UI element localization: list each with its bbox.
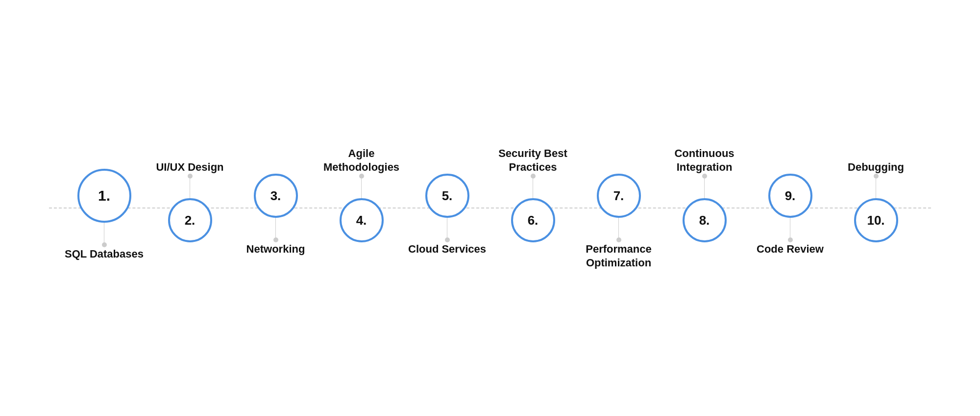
dot-top-10 xyxy=(874,174,879,179)
label-bottom-3: Networking xyxy=(246,242,305,256)
node-1: 1.SQL Databases xyxy=(61,110,147,306)
label-bottom-1: SQL Databases xyxy=(65,247,144,261)
label-top-2: UI/UX Design xyxy=(156,160,223,174)
node-2: UI/UX Design2. xyxy=(147,115,233,301)
dot-top-8 xyxy=(702,174,707,179)
vline-bottom-5 xyxy=(447,218,447,237)
circle-node-3: 3. xyxy=(254,174,298,218)
circle-node-9: 9. xyxy=(768,174,812,218)
vline-top-4 xyxy=(361,179,362,198)
circle-node-7: 7. xyxy=(597,174,641,218)
dot-top-4 xyxy=(359,174,364,179)
vline-bottom-9 xyxy=(790,218,790,237)
vline-top-6 xyxy=(533,179,533,198)
circle-node-10: 10. xyxy=(854,198,898,242)
node-5: 5.Cloud Services xyxy=(404,115,490,301)
timeline-row: 1.SQL DatabasesUI/UX Design2.3.Networkin… xyxy=(24,110,956,306)
dot-top-2 xyxy=(188,174,193,179)
circle-node-4: 4. xyxy=(340,198,384,242)
vline-bottom-7 xyxy=(618,218,619,237)
vline-bottom-1 xyxy=(104,223,104,242)
dot-top-6 xyxy=(531,174,536,179)
node-4: AgileMethodologies4. xyxy=(318,115,404,301)
circle-node-5: 5. xyxy=(425,174,469,218)
timeline-container: 1.SQL DatabasesUI/UX Design2.3.Networkin… xyxy=(24,17,956,399)
circle-node-6: 6. xyxy=(511,198,555,242)
node-7: 7.PerformanceOptimization xyxy=(576,115,662,301)
node-6: Security BestPractices6. xyxy=(490,115,576,301)
label-bottom-9: Code Review xyxy=(757,242,824,256)
node-3: 3.Networking xyxy=(233,115,318,301)
dot-bottom-3 xyxy=(273,237,278,242)
vline-top-2 xyxy=(190,179,190,198)
label-bottom-5: Cloud Services xyxy=(408,242,486,256)
vline-bottom-3 xyxy=(275,218,276,237)
circle-node-1: 1. xyxy=(77,169,131,223)
label-top-4: AgileMethodologies xyxy=(323,147,399,174)
dot-bottom-5 xyxy=(445,237,450,242)
node-9: 9.Code Review xyxy=(747,115,833,301)
dot-bottom-9 xyxy=(788,237,793,242)
circle-node-8: 8. xyxy=(683,198,727,242)
label-top-6: Security BestPractices xyxy=(498,147,567,174)
label-bottom-7: PerformanceOptimization xyxy=(586,242,652,269)
circle-node-2: 2. xyxy=(168,198,212,242)
vline-top-8 xyxy=(704,179,705,198)
vline-top-10 xyxy=(876,179,876,198)
dot-bottom-7 xyxy=(616,237,621,242)
label-top-10: Debugging xyxy=(848,160,904,174)
dot-bottom-1 xyxy=(102,242,107,247)
label-top-8: ContinuousIntegration xyxy=(674,147,734,174)
node-10: Debugging10. xyxy=(833,115,919,301)
node-8: ContinuousIntegration8. xyxy=(662,115,747,301)
